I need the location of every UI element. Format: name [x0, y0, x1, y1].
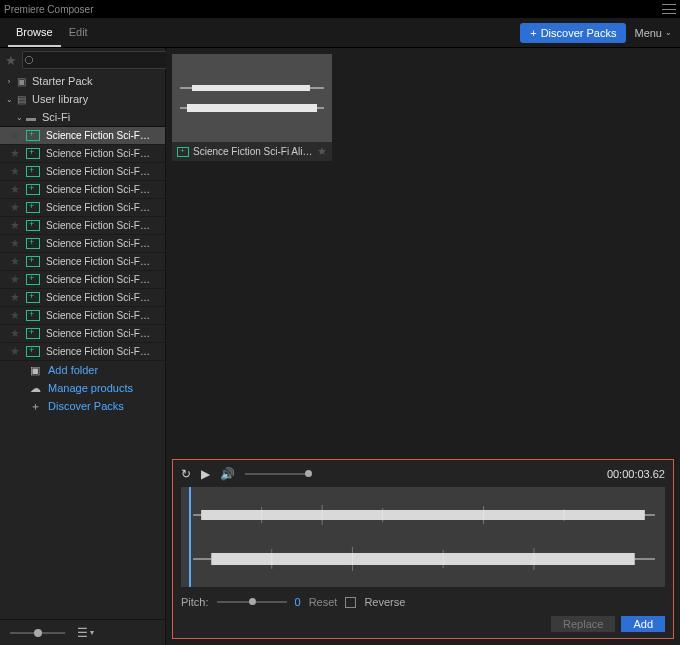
- asset-type-icon: [26, 310, 40, 321]
- favorite-star-icon[interactable]: ★: [10, 309, 20, 322]
- asset-type-icon: [26, 274, 40, 285]
- asset-row[interactable]: ★Science Fiction Sci-F…: [0, 271, 165, 289]
- volume-icon[interactable]: 🔊: [220, 467, 235, 481]
- cloud-icon: ☁: [28, 382, 42, 395]
- asset-row[interactable]: ★Science Fiction Sci-F…: [0, 217, 165, 235]
- sidebar-footer: ☰▾: [0, 619, 165, 645]
- asset-label: Science Fiction Sci-F…: [46, 238, 165, 249]
- favorite-star-icon[interactable]: ★: [10, 291, 20, 304]
- chevron-down-icon: ⌄: [665, 28, 672, 37]
- svg-rect-2: [192, 85, 310, 91]
- asset-label: Science Fiction Sci-F…: [46, 328, 165, 339]
- reverse-label: Reverse: [364, 596, 405, 608]
- thumbnail-grid: Science Fiction Sci-Fi Alien … ★: [166, 48, 680, 459]
- asset-row[interactable]: ★Science Fiction Sci-F…: [0, 343, 165, 361]
- chevron-down-icon: ⌄: [14, 113, 24, 122]
- asset-type-icon: [26, 238, 40, 249]
- asset-label: Science Fiction Sci-F…: [46, 130, 165, 141]
- favorite-star-icon[interactable]: ★: [10, 183, 20, 196]
- tab-edit[interactable]: Edit: [61, 19, 96, 47]
- favorite-star-icon[interactable]: ★: [10, 165, 20, 178]
- pitch-slider[interactable]: [217, 601, 287, 603]
- asset-type-icon: [26, 256, 40, 267]
- asset-row[interactable]: ★Science Fiction Sci-F…: [0, 307, 165, 325]
- plus-icon: +: [530, 27, 536, 39]
- asset-type-icon: [26, 184, 40, 195]
- sidebar: ★ › ▣ Starter Pack ⌄ ▤ User library ⌄ ▬ …: [0, 48, 166, 645]
- replace-button[interactable]: Replace: [551, 616, 615, 632]
- asset-row[interactable]: ★Science Fiction Sci-F…: [0, 127, 165, 145]
- discover-packs-button[interactable]: + Discover Packs: [520, 23, 626, 43]
- chevron-down-icon: ⌄: [4, 95, 14, 104]
- asset-label: Science Fiction Sci-F…: [46, 166, 165, 177]
- asset-row[interactable]: ★Science Fiction Sci-F…: [0, 181, 165, 199]
- list-view-icon: ☰: [77, 626, 88, 640]
- svg-rect-3: [187, 104, 317, 112]
- manage-products-link[interactable]: ☁ Manage products: [0, 379, 165, 397]
- thumbnail-size-slider[interactable]: [10, 632, 65, 634]
- favorite-star-icon[interactable]: ★: [10, 129, 20, 142]
- playhead[interactable]: [189, 487, 191, 587]
- library-icon: ▤: [14, 94, 28, 105]
- asset-type-icon: [177, 147, 189, 157]
- svg-rect-6: [201, 510, 645, 520]
- favorite-star-icon[interactable]: ★: [10, 219, 20, 232]
- asset-row[interactable]: ★Science Fiction Sci-F…: [0, 253, 165, 271]
- asset-row[interactable]: ★Science Fiction Sci-F…: [0, 163, 165, 181]
- asset-type-icon: [26, 166, 40, 177]
- folder-icon: ▬: [24, 112, 38, 123]
- pitch-reset-button[interactable]: Reset: [309, 596, 338, 608]
- asset-row[interactable]: ★Science Fiction Sci-F…: [0, 235, 165, 253]
- tree-scifi-folder[interactable]: ⌄ ▬ Sci-Fi: [0, 108, 165, 126]
- favorite-star-icon[interactable]: ★: [10, 327, 20, 340]
- asset-label: Science Fiction Sci-F…: [46, 274, 165, 285]
- reverse-checkbox[interactable]: [345, 597, 356, 608]
- thumbnail-caption: Science Fiction Sci-Fi Alien …: [193, 146, 313, 157]
- favorite-star-icon[interactable]: ★: [10, 345, 20, 358]
- discover-packs-link[interactable]: ＋ Discover Packs: [0, 397, 165, 415]
- favorites-star-icon[interactable]: ★: [5, 53, 17, 68]
- favorite-star-icon[interactable]: ★: [10, 237, 20, 250]
- play-icon[interactable]: ▶: [201, 467, 210, 481]
- app-title: Premiere Composer: [4, 4, 93, 15]
- title-bar: Premiere Composer: [0, 0, 680, 18]
- chevron-right-icon: ›: [4, 77, 14, 86]
- asset-row[interactable]: ★Science Fiction Sci-F…: [0, 289, 165, 307]
- svg-rect-7: [211, 553, 635, 565]
- asset-label: Science Fiction Sci-F…: [46, 346, 165, 357]
- asset-label: Science Fiction Sci-F…: [46, 148, 165, 159]
- folder-tree: › ▣ Starter Pack ⌄ ▤ User library ⌄ ▬ Sc…: [0, 72, 165, 619]
- hamburger-icon[interactable]: [662, 4, 676, 14]
- loop-icon[interactable]: ↻: [181, 467, 191, 481]
- asset-label: Science Fiction Sci-F…: [46, 202, 165, 213]
- tab-browse[interactable]: Browse: [8, 19, 61, 47]
- add-folder-link[interactable]: ▣ Add folder: [0, 361, 165, 379]
- asset-row[interactable]: ★Science Fiction Sci-F…: [0, 145, 165, 163]
- volume-slider[interactable]: [245, 473, 310, 475]
- favorite-star-icon[interactable]: ★: [10, 147, 20, 160]
- asset-row[interactable]: ★Science Fiction Sci-F…: [0, 199, 165, 217]
- search-input[interactable]: [22, 51, 171, 69]
- thumbnail-waveform: [172, 54, 332, 142]
- menu-dropdown[interactable]: Menu ⌄: [634, 27, 672, 39]
- asset-label: Science Fiction Sci-F…: [46, 220, 165, 231]
- preview-panel: ↻ ▶ 🔊 00:00:03.62: [172, 459, 674, 639]
- tree-starter-pack[interactable]: › ▣ Starter Pack: [0, 72, 165, 90]
- tree-user-library[interactable]: ⌄ ▤ User library: [0, 90, 165, 108]
- waveform-display[interactable]: [181, 487, 665, 587]
- asset-row[interactable]: ★Science Fiction Sci-F…: [0, 325, 165, 343]
- asset-type-icon: [26, 292, 40, 303]
- favorite-star-icon[interactable]: ★: [10, 201, 20, 214]
- asset-label: Science Fiction Sci-F…: [46, 310, 165, 321]
- plus-icon: ＋: [28, 399, 42, 414]
- asset-label: Science Fiction Sci-F…: [46, 256, 165, 267]
- view-mode-toggle[interactable]: ☰▾: [77, 626, 94, 640]
- favorite-star-icon[interactable]: ★: [317, 145, 327, 158]
- box-icon: ▣: [14, 76, 28, 87]
- favorite-star-icon[interactable]: ★: [10, 273, 20, 286]
- favorite-star-icon[interactable]: ★: [10, 255, 20, 268]
- add-folder-icon: ▣: [28, 364, 42, 377]
- asset-thumbnail[interactable]: Science Fiction Sci-Fi Alien … ★: [172, 54, 332, 161]
- pitch-value: 0: [295, 596, 301, 608]
- add-button[interactable]: Add: [621, 616, 665, 632]
